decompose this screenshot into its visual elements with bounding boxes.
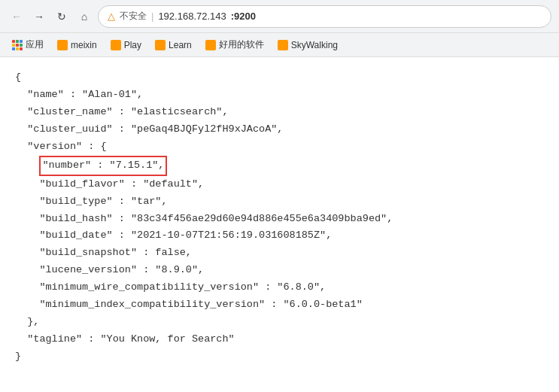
json-build-hash: "build_hash" : "83c34f456ae29d60e94d886e…: [15, 211, 544, 228]
bookmark-label: SkyWalking: [291, 40, 338, 50]
bookmark-label: 好用的软件: [219, 38, 264, 51]
reload-button[interactable]: ↻: [53, 8, 71, 26]
json-build-type: "build_type" : "tar",: [15, 193, 544, 211]
bookmark-play[interactable]: Play: [105, 38, 147, 53]
json-open-brace: {: [15, 69, 544, 87]
json-min-wire: "minimum_wire_compatibility_version" : "…: [15, 279, 544, 296]
json-min-index: "minimum_index_compatibility_version" : …: [15, 296, 544, 314]
bookmark-folder-icon: [205, 40, 216, 50]
apps-label: 应用: [26, 38, 44, 51]
address-bar[interactable]: △ 不安全 | 192.168.72.143:9200: [98, 5, 551, 28]
url-host: 192.168.72.143: [158, 11, 226, 22]
version-number-highlight: "number" : "7.15.1",: [39, 156, 167, 176]
bookmark-meixin[interactable]: meixin: [51, 38, 103, 53]
bookmark-folder-icon: [57, 40, 68, 50]
json-cluster-uuid: "cluster_uuid" : "peGaq4BJQFyl2fH9xJAcoA…: [15, 121, 544, 138]
insecure-label: 不安全: [120, 10, 147, 23]
json-tagline: "tagline" : "You Know, for Search": [15, 331, 544, 348]
json-version-close: },: [15, 314, 544, 331]
json-content: { "name" : "Alan-01", "cluster_name" : "…: [0, 57, 559, 392]
home-button[interactable]: ⌂: [75, 8, 93, 26]
json-close-brace: }: [15, 348, 544, 366]
json-name: "name" : "Alan-01",: [15, 87, 544, 104]
url-port: :9200: [231, 11, 256, 22]
bookmark-learn[interactable]: Learn: [149, 38, 198, 53]
forward-button[interactable]: →: [30, 8, 48, 26]
bookmark-label: Learn: [169, 40, 192, 50]
bookmark-good-software[interactable]: 好用的软件: [199, 36, 270, 53]
bookmarks-bar: 应用 meixin Play Learn 好用的软件 SkyWalking: [0, 33, 559, 57]
back-button[interactable]: ←: [8, 8, 26, 26]
json-build-snapshot: "build_snapshot" : false,: [15, 245, 544, 262]
json-build-date: "build_date" : "2021-10-07T21:56:19.0316…: [15, 227, 544, 245]
apps-grid-icon: [12, 40, 23, 50]
bookmark-label: Play: [124, 40, 141, 50]
json-cluster-name: "cluster_name" : "elasticsearch",: [15, 104, 544, 121]
bookmark-folder-icon: [111, 40, 121, 50]
bookmark-skywalking[interactable]: SkyWalking: [272, 38, 344, 53]
bookmark-folder-icon: [278, 40, 288, 50]
json-lucene-version: "lucene_version" : "8.9.0",: [15, 262, 544, 279]
json-build-flavor: "build_flavor" : "default",: [15, 176, 544, 193]
json-version-number: "number" : "7.15.1",: [15, 156, 544, 176]
bookmark-label: meixin: [71, 40, 97, 50]
bookmark-apps[interactable]: 应用: [6, 36, 50, 53]
warning-icon: △: [108, 11, 115, 22]
json-version-open: "version" : {: [15, 138, 544, 156]
separator: |: [151, 11, 153, 22]
bookmark-folder-icon: [155, 40, 166, 50]
browser-toolbar: ← → ↻ ⌂ △ 不安全 | 192.168.72.143:9200: [0, 0, 559, 33]
